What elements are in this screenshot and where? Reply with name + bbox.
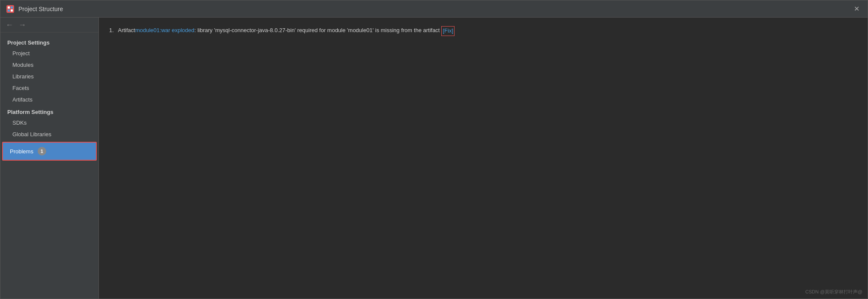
svg-rect-2 [11, 6, 13, 9]
problem-item: 1. Artifact module01:war exploded : libr… [109, 26, 857, 36]
sidebar-item-artifacts[interactable]: Artifacts [0, 94, 98, 105]
project-settings-header: Project Settings [0, 36, 98, 48]
problems-badge: 1 [38, 147, 46, 155]
platform-settings-header: Platform Settings [0, 105, 98, 117]
window-title: Project Structure [18, 6, 850, 12]
sidebar-item-global-libraries[interactable]: Global Libraries [0, 129, 98, 140]
svg-rect-3 [8, 9, 10, 12]
sidebar-sections: Project Settings Project Modules Librari… [0, 33, 98, 299]
problems-label: Problems [10, 148, 33, 155]
sidebar-item-sdks[interactable]: SDKs [0, 117, 98, 129]
nav-arrows: ← → [0, 18, 98, 33]
watermark: CSDN @莫听穿林打叶声@ [805, 289, 862, 295]
sidebar-item-project[interactable]: Project [0, 48, 98, 59]
back-button[interactable]: ← [4, 20, 15, 30]
title-bar: Project Structure ✕ [0, 0, 868, 18]
sidebar-item-modules[interactable]: Modules [0, 59, 98, 71]
content-area: ← → Project Settings Project Modules Lib… [0, 18, 868, 299]
problems-section: Problems 1 [2, 142, 97, 161]
sidebar-item-facets[interactable]: Facets [0, 82, 98, 94]
fix-link[interactable]: [Fix] [441, 26, 455, 36]
svg-rect-0 [6, 5, 14, 13]
close-button[interactable]: ✕ [850, 3, 862, 15]
sidebar: ← → Project Settings Project Modules Lib… [0, 18, 99, 299]
problem-message: : library 'mysql-connector-java-8.0.27-b… [194, 26, 440, 35]
problem-prefix: Artifact [118, 26, 135, 35]
main-content: 1. Artifact module01:war exploded : libr… [99, 18, 868, 299]
project-structure-window: Project Structure ✕ ← → Project Settings… [0, 0, 868, 299]
sidebar-item-libraries[interactable]: Libraries [0, 71, 98, 82]
app-icon [6, 4, 15, 14]
svg-rect-4 [11, 9, 13, 12]
artifact-link[interactable]: module01:war exploded [135, 26, 194, 35]
sidebar-item-problems[interactable]: Problems 1 [3, 143, 96, 160]
problem-number: 1. [109, 26, 114, 35]
svg-rect-1 [8, 6, 10, 9]
forward-button[interactable]: → [17, 20, 28, 30]
